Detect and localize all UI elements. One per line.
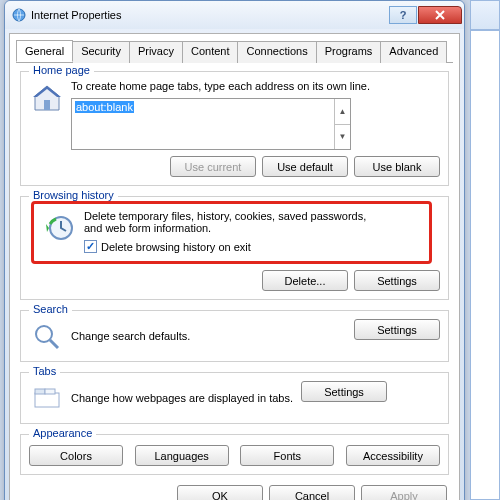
tab-security[interactable]: Security	[72, 41, 130, 63]
dialog-button-row: OK Cancel Apply	[16, 485, 447, 500]
tab-privacy[interactable]: Privacy	[129, 41, 183, 63]
home-page-title: Home page	[29, 64, 94, 76]
help-button[interactable]: ?	[389, 6, 417, 24]
client-area: General Security Privacy Content Connect…	[9, 33, 460, 500]
use-current-button: Use current	[170, 156, 256, 177]
apply-button: Apply	[361, 485, 447, 500]
svg-rect-8	[35, 389, 45, 394]
fonts-button[interactable]: Fonts	[240, 445, 334, 466]
history-settings-button[interactable]: Settings	[354, 270, 440, 291]
svg-line-6	[50, 340, 58, 348]
search-desc: Change search defaults.	[71, 330, 354, 342]
background-window-panel	[470, 30, 500, 500]
titlebar[interactable]: Internet Properties ?	[5, 1, 464, 29]
scroll-down-icon[interactable]: ▼	[335, 125, 350, 150]
appearance-title: Appearance	[29, 427, 96, 439]
background-window-header	[470, 0, 500, 30]
tabs-title: Tabs	[29, 365, 60, 377]
tab-connections[interactable]: Connections	[237, 41, 316, 63]
svg-rect-3	[44, 100, 50, 110]
tabs-group: Tabs Change how webpages are displayed i…	[20, 372, 449, 424]
scroll-up-icon[interactable]: ▲	[335, 99, 350, 125]
home-page-hint: To create home page tabs, type each addr…	[71, 80, 440, 92]
tab-advanced[interactable]: Advanced	[380, 41, 447, 63]
internet-options-icon	[11, 7, 27, 23]
svg-point-5	[36, 326, 52, 342]
search-icon	[31, 321, 63, 353]
cancel-button[interactable]: Cancel	[269, 485, 355, 500]
history-icon	[44, 212, 76, 244]
accessibility-button[interactable]: Accessibility	[346, 445, 440, 466]
languages-button[interactable]: Languages	[135, 445, 229, 466]
appearance-group: Appearance Colors Languages Fonts Access…	[20, 434, 449, 475]
search-group: Search Change search defaults. Settings	[20, 310, 449, 362]
tabs-desc: Change how webpages are displayed in tab…	[71, 392, 301, 404]
svg-rect-7	[35, 393, 59, 407]
tabs-icon	[31, 383, 63, 415]
browsing-history-group: Browsing history Delete temporary files,…	[20, 196, 449, 300]
search-settings-button[interactable]: Settings	[354, 319, 440, 340]
use-default-button[interactable]: Use default	[262, 156, 348, 177]
window-buttons: ?	[388, 6, 462, 24]
ok-button[interactable]: OK	[177, 485, 263, 500]
colors-button[interactable]: Colors	[29, 445, 123, 466]
svg-rect-9	[45, 389, 55, 394]
tab-content[interactable]: Content	[182, 41, 239, 63]
window-title: Internet Properties	[31, 9, 388, 21]
home-icon	[31, 82, 63, 114]
tab-general[interactable]: General	[16, 40, 73, 62]
tab-strip: General Security Privacy Content Connect…	[16, 40, 453, 63]
home-page-value: about:blank	[75, 101, 134, 113]
annotation-highlight: Delete temporary files, history, cookies…	[31, 201, 432, 264]
tab-programs[interactable]: Programs	[316, 41, 382, 63]
delete-on-exit-label: Delete browsing history on exit	[101, 241, 251, 253]
delete-on-exit-checkbox[interactable]: ✓	[84, 240, 97, 253]
browsing-history-title: Browsing history	[29, 189, 118, 201]
home-page-textbox-wrap: about:blank ▲ ▼	[71, 98, 351, 150]
search-title: Search	[29, 303, 72, 315]
use-blank-button[interactable]: Use blank	[354, 156, 440, 177]
home-page-input[interactable]: about:blank	[72, 99, 334, 149]
textbox-scroll: ▲ ▼	[334, 99, 350, 149]
home-page-group: Home page To create home page tabs, type…	[20, 71, 449, 186]
close-button[interactable]	[418, 6, 462, 24]
delete-button[interactable]: Delete...	[262, 270, 348, 291]
browsing-history-desc: Delete temporary files, history, cookies…	[84, 210, 384, 234]
tabs-settings-button[interactable]: Settings	[301, 381, 387, 402]
dialog-window: Internet Properties ? General Security P…	[4, 0, 465, 500]
